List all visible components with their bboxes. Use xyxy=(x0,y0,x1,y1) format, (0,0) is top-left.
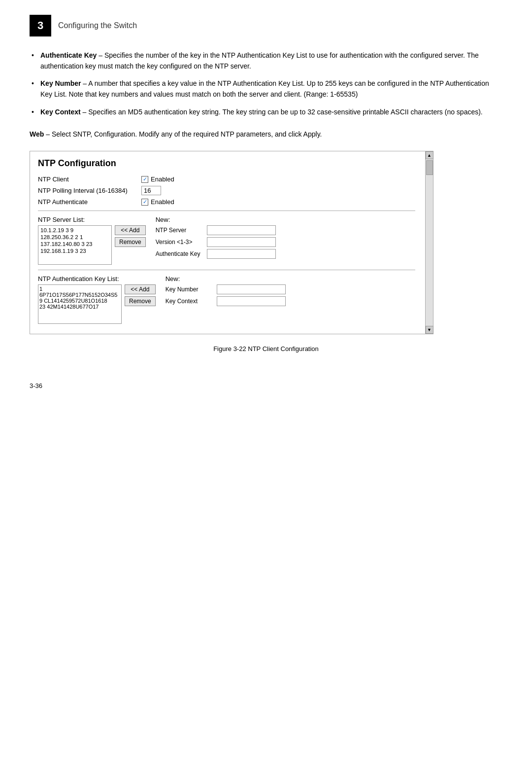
web-instruction: Web – Select SNTP, Configuration. Modify… xyxy=(30,129,502,140)
ntp-config-title: NTP Configuration xyxy=(38,158,415,169)
bullet-text-keycontext: Specifies an MD5 authentication key stri… xyxy=(88,108,483,116)
ntp-server-remove-button[interactable]: Remove xyxy=(115,237,146,247)
ntp-authkey-add-button[interactable]: << Add xyxy=(125,284,156,294)
web-instruction-text: Select SNTP, Configuration. Modify any o… xyxy=(52,130,322,138)
ntp-server-list-label: NTP Server List: xyxy=(38,216,146,223)
ntp-authkey-input[interactable] xyxy=(207,249,276,259)
ntp-client-label: NTP Client xyxy=(38,176,141,183)
ntp-authenticate-enabled-label: Enabled xyxy=(151,198,174,206)
scrollbar[interactable]: ▲ ▼ xyxy=(425,151,433,334)
ntp-client-checkbox-area: ✓ Enabled xyxy=(141,176,174,183)
bullet-term-keynumber: Key Number xyxy=(40,79,81,87)
ntp-authkey-list-area: NTP Authentication Key List: 1 6P71O17S5… xyxy=(38,275,156,324)
ntp-divider-2 xyxy=(38,270,415,270)
bullet-authenticate-key: Authenticate Key – Specifies the number … xyxy=(30,50,502,71)
figure-caption: Figure 3-22 NTP Client Configuration xyxy=(30,345,502,352)
ntp-version-input[interactable] xyxy=(207,237,276,247)
ntp-authkey-field-label: Authenticate Key xyxy=(156,250,205,257)
ntp-polling-input[interactable] xyxy=(141,186,161,195)
bullet-term-keycontext: Key Context xyxy=(40,108,81,116)
ntp-server-input[interactable] xyxy=(207,225,276,235)
ntp-keycontext-field-label: Key Context xyxy=(166,298,215,305)
ntp-authkey-new-area: New: Key Number Key Context xyxy=(166,275,286,324)
ntp-keynumber-field-label: Key Number xyxy=(166,286,215,293)
list-item[interactable]: 192.168.1.19 3 23 xyxy=(39,247,110,254)
scrollbar-down-arrow[interactable]: ▼ xyxy=(426,326,433,334)
ntp-keycontext-input[interactable] xyxy=(217,296,286,306)
ntp-keynumber-input[interactable] xyxy=(217,284,286,294)
list-item[interactable]: 137.182.140.80 3 23 xyxy=(39,241,110,247)
ntp-client-enabled-label: Enabled xyxy=(151,176,174,183)
ntp-server-list-with-buttons: 10.1.2.19 3 9 128.250.36.2 2 1 137.182.1… xyxy=(38,225,146,265)
ntp-polling-label: NTP Polling Interval (16-16384) xyxy=(38,187,141,194)
ntp-authkey-list-with-buttons: 1 6P71O17S56P177N5152O34S5 9 CL141425957… xyxy=(38,284,156,324)
ntp-polling-row: NTP Polling Interval (16-16384) xyxy=(38,186,415,195)
ntp-server-new-area: New: NTP Server Version <1-3> Authentica… xyxy=(156,216,276,265)
ntp-authkey-remove-button[interactable]: Remove xyxy=(125,296,156,306)
ntp-client-row: NTP Client ✓ Enabled xyxy=(38,176,415,183)
bullet-term-authenticate: Authenticate Key xyxy=(40,51,97,59)
ntp-config-box: ▲ ▼ NTP Configuration NTP Client ✓ Enabl… xyxy=(30,151,433,334)
page-number: 3-36 xyxy=(30,382,502,389)
ntp-server-new-label: New: xyxy=(156,216,276,223)
ntp-client-checkbox[interactable]: ✓ xyxy=(141,176,148,183)
ntp-authkey-listbox[interactable]: 1 6P71O17S56P177N5152O34S5 9 CL141425957… xyxy=(38,284,122,324)
ntp-authkey-new-label: New: xyxy=(166,275,286,282)
ntp-keycontext-field-row: Key Context xyxy=(166,296,286,306)
chapter-number: 3 xyxy=(30,15,51,36)
ntp-authenticate-checkbox[interactable]: ✓ xyxy=(141,199,148,206)
ntp-server-field-row: NTP Server xyxy=(156,225,276,235)
page-header: 3 Configuring the Switch xyxy=(30,15,502,36)
ntp-version-field-row: Version <1-3> xyxy=(156,237,276,247)
ntp-server-section: NTP Server List: 10.1.2.19 3 9 128.250.3… xyxy=(38,216,415,265)
ntp-authkey-buttons: << Add Remove xyxy=(125,284,156,306)
chapter-title: Configuring the Switch xyxy=(58,21,137,30)
scrollbar-up-arrow[interactable]: ▲ xyxy=(426,151,433,159)
ntp-server-new-fields: NTP Server Version <1-3> Authenticate Ke… xyxy=(156,225,276,259)
ntp-authkey-field-row: Authenticate Key xyxy=(156,249,276,259)
scrollbar-thumb[interactable] xyxy=(426,160,433,175)
ntp-authkey-new-fields: Key Number Key Context xyxy=(166,284,286,306)
ntp-version-field-label: Version <1-3> xyxy=(156,239,205,246)
ntp-server-add-button[interactable]: << Add xyxy=(115,225,146,235)
web-label: Web xyxy=(30,130,44,138)
ntp-authenticate-label: NTP Authenticate xyxy=(38,198,141,206)
bullet-text-keynumber: A number that specifies a key value in t… xyxy=(40,79,489,98)
ntp-authkey-section: NTP Authentication Key List: 1 6P71O17S5… xyxy=(38,275,415,324)
bullet-text-authenticate: Specifies the number of the key in the N… xyxy=(40,51,479,70)
ntp-keynumber-field-row: Key Number xyxy=(166,284,286,294)
ntp-server-buttons: << Add Remove xyxy=(115,225,146,247)
ntp-server-listbox[interactable]: 10.1.2.19 3 9 128.250.36.2 2 1 137.182.1… xyxy=(38,225,112,265)
list-item[interactable]: 23 42M141428U677O17 xyxy=(39,304,120,310)
list-item[interactable]: 128.250.36.2 2 1 xyxy=(39,234,110,241)
ntp-server-list-area: NTP Server List: 10.1.2.19 3 9 128.250.3… xyxy=(38,216,146,265)
ntp-authkey-list-label: NTP Authentication Key List: xyxy=(38,275,156,282)
list-item[interactable]: 1 6P71O17S56P177N5152O34S5 xyxy=(39,286,120,298)
list-item[interactable]: 9 CL1414259572U81O1618 xyxy=(39,298,120,304)
bullet-key-number: Key Number – A number that specifies a k… xyxy=(30,78,502,100)
bullet-list: Authenticate Key – Specifies the number … xyxy=(30,50,502,117)
ntp-authenticate-row: NTP Authenticate ✓ Enabled xyxy=(38,198,415,206)
list-item[interactable]: 10.1.2.19 3 9 xyxy=(39,227,110,234)
ntp-server-field-label: NTP Server xyxy=(156,227,205,234)
ntp-authenticate-checkbox-area: ✓ Enabled xyxy=(141,198,174,206)
bullet-key-context: Key Context – Specifies an MD5 authentic… xyxy=(30,107,502,118)
ntp-inner-content: NTP Configuration NTP Client ✓ Enabled N… xyxy=(30,151,425,334)
ntp-divider-1 xyxy=(38,211,415,211)
